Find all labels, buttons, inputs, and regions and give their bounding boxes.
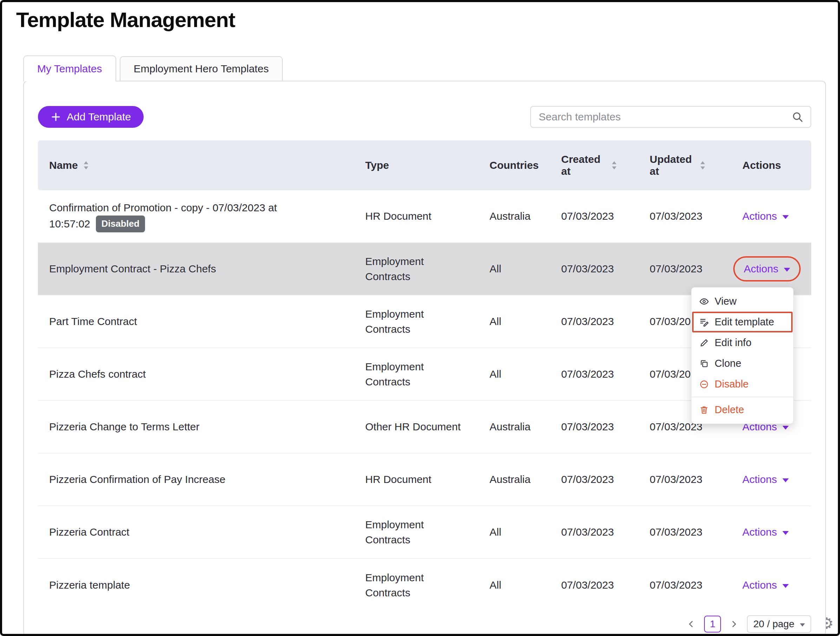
edit-template-icon: [699, 317, 709, 327]
menu-item-disable[interactable]: Disable: [692, 374, 793, 395]
template-created-at: 07/03/2023: [561, 314, 650, 329]
template-name: Pizzeria template: [49, 579, 130, 591]
template-type: Employment Contracts: [365, 359, 489, 390]
page-size-value: 20 / page: [753, 619, 794, 630]
template-name: Part Time Contract: [49, 316, 137, 327]
tab-my-templates-label: My Templates: [37, 63, 102, 75]
table-row: Pizzeria Contract Employment Contracts A…: [38, 506, 811, 559]
column-header-updated-at[interactable]: Updated at: [650, 153, 742, 177]
template-updated-at: 07/03/2023: [650, 578, 742, 593]
template-type: Employment Contracts: [365, 254, 489, 284]
template-type: Employment Contracts: [365, 517, 489, 548]
menu-item-edit-template[interactable]: Edit template: [692, 312, 793, 332]
table-row: Confirmation of Promotion - copy - 07/03…: [38, 190, 811, 243]
chevron-down-icon: [782, 584, 789, 588]
template-type: Employment Contracts: [365, 570, 489, 601]
tab-my-templates[interactable]: My Templates: [23, 55, 116, 82]
previous-page-button[interactable]: [686, 619, 696, 629]
template-updated-at: 07/03/2023: [650, 208, 742, 224]
template-countries: All: [489, 314, 561, 329]
status-badge: Disabled: [96, 216, 145, 232]
plus-icon: [51, 112, 61, 122]
template-updated-at: 07/03/2023: [650, 524, 742, 540]
row-actions-button[interactable]: Actions: [742, 472, 789, 487]
column-header-actions: Actions: [742, 159, 811, 171]
menu-item-clone[interactable]: Clone: [692, 353, 793, 374]
menu-item-edit-info[interactable]: Edit info: [692, 332, 793, 353]
template-created-at: 07/03/2023: [561, 524, 650, 540]
template-countries: All: [489, 524, 561, 540]
clone-icon: [699, 359, 709, 368]
template-updated-at: 07/03/2023: [650, 261, 742, 277]
column-header-name[interactable]: Name: [38, 159, 365, 171]
tab-employment-hero-templates[interactable]: Employment Hero Templates: [120, 56, 283, 82]
tab-eh-templates-label: Employment Hero Templates: [134, 63, 269, 75]
menu-item-view[interactable]: View: [692, 291, 793, 312]
next-page-button[interactable]: [729, 619, 739, 629]
template-created-at: 07/03/2023: [561, 419, 650, 434]
actions-dropdown-menu: View Edit template Edit info Clone: [691, 287, 794, 424]
row-actions-label: Actions: [742, 472, 777, 487]
page-number-button[interactable]: 1: [704, 616, 721, 633]
search-icon: [791, 111, 804, 123]
table-header: Name Type Countries Created at Updated: [38, 140, 811, 190]
chevron-right-icon: [729, 619, 739, 629]
chevron-down-icon: [782, 531, 789, 535]
template-updated-at: 07/03/2023: [650, 472, 742, 487]
template-name: Pizzeria Contract: [49, 526, 129, 538]
chevron-down-icon: [784, 268, 790, 272]
sort-icon: [82, 160, 90, 171]
table-row: Pizzeria Confirmation of Pay Increase HR…: [38, 453, 811, 506]
page-size-select[interactable]: 20 / page: [747, 615, 811, 633]
row-actions-button[interactable]: Actions: [744, 261, 790, 277]
chevron-down-icon: [782, 426, 789, 430]
disable-icon: [699, 379, 709, 389]
template-type: Employment Contracts: [365, 306, 489, 337]
template-countries: All: [489, 578, 561, 593]
column-header-type: Type: [365, 159, 489, 171]
page-title: Template Management: [16, 8, 235, 32]
eye-icon: [699, 297, 709, 306]
template-created-at: 07/03/2023: [561, 261, 650, 277]
row-actions-button[interactable]: Actions: [742, 208, 789, 224]
row-actions-button[interactable]: Actions: [742, 524, 789, 540]
template-created-at: 07/03/2023: [561, 367, 650, 382]
template-name: Pizzeria Change to Terms Letter: [49, 421, 199, 433]
template-type: Other HR Document: [365, 419, 489, 434]
column-header-countries: Countries: [489, 159, 561, 171]
pagination: 1 20 / page: [38, 615, 811, 633]
column-header-updated-label: Updated at: [650, 153, 695, 177]
template-name: Confirmation of Promotion - copy - 07/03…: [49, 202, 277, 230]
row-actions-button[interactable]: Actions: [742, 578, 789, 593]
template-countries: All: [489, 367, 561, 382]
menu-item-label: Delete: [715, 404, 744, 416]
template-name: Pizzeria Confirmation of Pay Increase: [49, 474, 226, 485]
menu-divider: [692, 397, 793, 397]
column-header-actions-label: Actions: [742, 159, 781, 171]
add-template-button[interactable]: Add Template: [38, 106, 144, 128]
search-input[interactable]: [539, 111, 791, 123]
column-header-name-label: Name: [49, 159, 78, 171]
tab-bar: My Templates Employment Hero Templates: [23, 55, 283, 82]
template-countries: All: [489, 261, 561, 277]
menu-item-label: Edit info: [715, 337, 752, 348]
template-type: HR Document: [365, 208, 489, 224]
menu-item-label: View: [715, 296, 736, 307]
trash-icon: [699, 405, 709, 415]
menu-item-label: Clone: [715, 358, 741, 369]
template-created-at: 07/03/2023: [561, 578, 650, 593]
row-actions-label: Actions: [744, 261, 778, 277]
chevron-left-icon: [686, 619, 696, 629]
row-actions-label: Actions: [742, 578, 777, 593]
template-name: Employment Contract - Pizza Chefs: [49, 263, 216, 274]
sort-icon: [610, 160, 618, 171]
menu-item-label: Edit template: [715, 316, 774, 328]
menu-item-label: Disable: [715, 378, 749, 390]
chevron-down-icon: [782, 479, 789, 482]
template-countries: Australia: [489, 419, 561, 434]
column-header-created-at[interactable]: Created at: [561, 153, 650, 177]
template-created-at: 07/03/2023: [561, 472, 650, 487]
menu-item-delete[interactable]: Delete: [692, 400, 793, 420]
row-actions-label: Actions: [742, 208, 777, 224]
column-header-created-label: Created at: [561, 153, 606, 177]
